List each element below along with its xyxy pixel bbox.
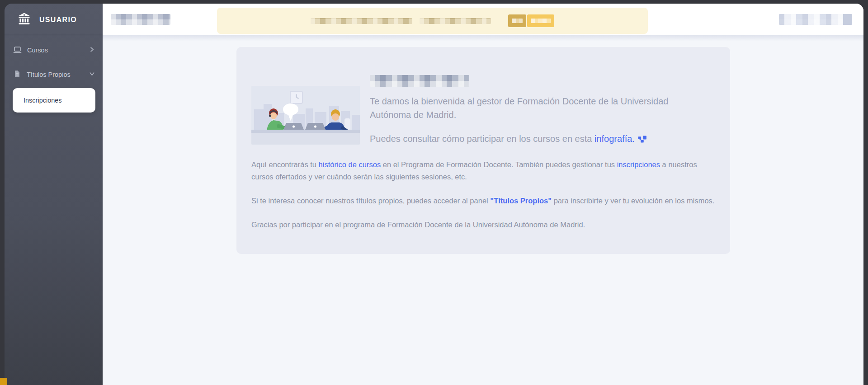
- laptop-icon: [13, 45, 22, 55]
- redacted-user-name: [779, 14, 843, 25]
- sidebar-subitem-label: Inscripciones: [24, 97, 62, 104]
- titulos-propios-link[interactable]: "Títulos Propios": [490, 197, 552, 205]
- sitemap-icon[interactable]: [638, 133, 646, 146]
- text-segment: Aquí encontrarás tu: [251, 160, 319, 169]
- banner-button-secondary[interactable]: [527, 14, 554, 27]
- historico-de-cursos-link[interactable]: histórico de cursos: [319, 160, 381, 169]
- office-illustration: [251, 86, 360, 145]
- notification-banner: [217, 8, 648, 34]
- sidebar-brand: USUARIO: [5, 4, 103, 35]
- chevron-down-icon: [89, 70, 95, 79]
- banner-buttons: [508, 14, 554, 27]
- infografia-link[interactable]: infografía.: [594, 134, 635, 144]
- redacted-card-title: [370, 75, 469, 87]
- chevron-right-icon: [89, 46, 95, 54]
- redacted-header-logo: [111, 14, 170, 25]
- bank-building-icon: [17, 11, 32, 28]
- redacted-banner-text-1: [311, 18, 412, 24]
- welcome-card: Te damos la bienvenida al gestor de Form…: [236, 47, 730, 254]
- sidebar-item-label: Cursos: [27, 47, 48, 54]
- sidebar: USUARIO Cursos: [5, 4, 103, 385]
- orange-corner-widget[interactable]: [0, 378, 7, 385]
- user-menu-chevron-icon: [843, 14, 852, 25]
- welcome-line-1: Te damos la bienvenida al gestor de Form…: [370, 96, 668, 120]
- page-content: Te damos la bienvenida al gestor de Form…: [103, 35, 863, 385]
- text-segment: Si te interesa conocer nuestros títulos …: [251, 197, 490, 205]
- infografia-line: Puedes consultar cómo participar en los …: [370, 132, 682, 146]
- text-segment: en el Programa de Formación Docente. Tam…: [381, 160, 617, 169]
- document-icon: [13, 70, 21, 79]
- redacted-banner-text-2: [420, 18, 491, 24]
- welcome-block: Te damos la bienvenida al gestor de Form…: [370, 75, 682, 157]
- brand-label: USUARIO: [39, 16, 77, 24]
- infografia-text: Puedes consultar cómo participar en los …: [370, 134, 594, 144]
- paragraph-gracias: Gracias por participar en el programa de…: [251, 219, 721, 231]
- text-segment: para inscribirte y ver tu evolución en l…: [552, 197, 714, 205]
- banner-button-primary[interactable]: [508, 14, 526, 27]
- paragraph-titulos: Si te interesa conocer nuestros títulos …: [251, 195, 721, 207]
- app-frame: USUARIO Cursos: [5, 4, 863, 385]
- sidebar-nav: Cursos Títulos Propios: [5, 35, 103, 113]
- card-body-copy: Aquí encontrarás tu histórico de cursos …: [251, 159, 721, 243]
- sidebar-item-label: Títulos Propios: [27, 71, 71, 78]
- text-segment: Gracias por participar en el programa de…: [251, 221, 585, 229]
- main-column: Te damos la bienvenida al gestor de Form…: [103, 4, 863, 385]
- sidebar-item-cursos[interactable]: Cursos: [5, 38, 103, 62]
- redacted-button-label: [531, 19, 551, 23]
- redacted-button-label: [512, 19, 523, 23]
- sidebar-subitem-inscripciones[interactable]: Inscripciones: [13, 88, 95, 113]
- inscripciones-link[interactable]: inscripciones: [617, 160, 660, 169]
- welcome-text: Te damos la bienvenida al gestor de Form…: [370, 94, 682, 122]
- paragraph-historico: Aquí encontrarás tu histórico de cursos …: [251, 159, 721, 183]
- top-header: [103, 4, 863, 35]
- redacted-user-menu[interactable]: [779, 14, 852, 25]
- sidebar-item-titulos-propios[interactable]: Títulos Propios: [5, 62, 103, 86]
